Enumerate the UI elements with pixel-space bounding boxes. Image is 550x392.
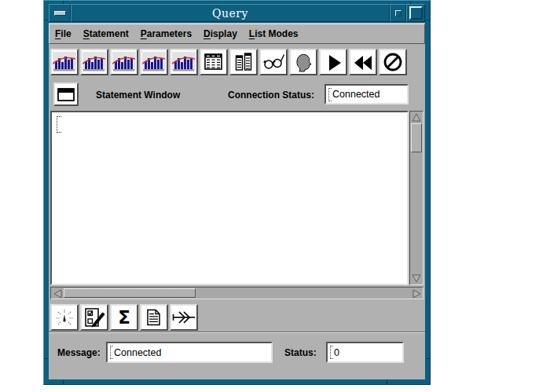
- bar-chart-icon: [53, 52, 76, 72]
- statement-textview[interactable]: [50, 111, 409, 285]
- connection-status-value: Connected: [332, 89, 380, 100]
- toolbar-chart-4-button[interactable]: [140, 49, 168, 75]
- vertical-scroll-thumb[interactable]: [411, 123, 422, 152]
- menu-parameters[interactable]: Parameters: [141, 28, 192, 39]
- toolbar-top: [50, 46, 407, 78]
- toolbar-bottom: Σ: [50, 302, 198, 333]
- status-field[interactable]: 0: [326, 342, 404, 363]
- toolbar-chart-2-button[interactable]: [80, 49, 108, 75]
- copy-document-icon: [144, 307, 164, 328]
- toolbar-play-button[interactable]: [319, 49, 347, 75]
- frame-notch: [63, 380, 64, 384]
- toolbar-rewind-button[interactable]: [349, 49, 377, 75]
- head-profile-icon: [293, 52, 314, 72]
- connection-status-label: Connection Status:: [228, 90, 314, 101]
- window-menu-icon: [54, 11, 66, 16]
- vertical-scrollbar[interactable]: [409, 111, 424, 285]
- minimize-icon: [395, 10, 402, 16]
- bar-chart-icon: [172, 52, 196, 72]
- frame-notch: [426, 20, 430, 20]
- status-label: Status:: [284, 347, 317, 358]
- text-caret: [57, 116, 61, 133]
- frame-notch: [44, 20, 48, 20]
- statement-text-area: [50, 111, 424, 299]
- toolbar-chart-5-button[interactable]: [170, 49, 198, 75]
- toolbar-edit-checklist-button[interactable]: [80, 304, 108, 331]
- minimize-button[interactable]: [390, 4, 406, 22]
- toolbar-cancel-button[interactable]: [379, 49, 407, 75]
- text-cursor: [330, 346, 333, 359]
- status-value: 0: [334, 347, 339, 358]
- window-icon: [57, 88, 75, 101]
- bar-chart-icon: [82, 52, 106, 72]
- toolbar-report-columns-button[interactable]: [229, 49, 258, 75]
- menu-file[interactable]: File: [55, 28, 72, 39]
- message-label: Message:: [57, 347, 101, 358]
- connection-status-field[interactable]: Connected: [324, 84, 409, 104]
- bar-chart-icon: [112, 52, 136, 72]
- query-window[interactable]: Query File Statement Parameters Display …: [43, 0, 431, 385]
- message-field[interactable]: Connected: [106, 342, 273, 363]
- toolbar-insert-arrow-button[interactable]: [170, 304, 198, 331]
- message-value: Connected: [114, 347, 161, 358]
- text-cursor: [110, 346, 113, 359]
- play-icon: [323, 52, 343, 72]
- scroll-right-button[interactable]: [411, 288, 422, 299]
- scroll-left-button[interactable]: [52, 288, 63, 299]
- window-menu-button[interactable]: [49, 4, 71, 22]
- report-columns-icon: [233, 52, 254, 72]
- rewind-icon: [352, 52, 374, 72]
- text-cursor: [328, 88, 332, 101]
- scroll-left-icon: [53, 289, 62, 299]
- eyeglasses-icon: [262, 52, 284, 72]
- bar-chart-icon: [142, 52, 166, 72]
- toolbar-gauge-button[interactable]: [50, 304, 79, 331]
- scroll-right-icon: [412, 289, 421, 299]
- menu-display[interactable]: Display: [204, 28, 237, 39]
- client-area: File Statement Parameters Display List M…: [49, 23, 425, 379]
- toolbar-chart-1-button[interactable]: [50, 49, 79, 75]
- scroll-up-icon: [412, 113, 421, 122]
- toolbar-chart-3-button[interactable]: [110, 49, 138, 75]
- frame-notch: [426, 358, 430, 359]
- menubar: File Statement Parameters Display List M…: [49, 24, 425, 44]
- frame-notch: [387, 380, 387, 384]
- edit-checklist-icon: [83, 307, 105, 328]
- horizontal-scrollbar[interactable]: [50, 287, 424, 299]
- window-title: Query: [71, 4, 390, 22]
- scroll-down-button[interactable]: [411, 273, 422, 284]
- menu-statement[interactable]: Statement: [83, 28, 129, 39]
- menu-list-modes[interactable]: List Modes: [249, 28, 299, 39]
- maximize-icon: [409, 6, 423, 20]
- titlebar[interactable]: Query: [49, 4, 425, 22]
- horizontal-scroll-thumb[interactable]: [64, 288, 196, 298]
- svg-text:Σ: Σ: [118, 307, 130, 328]
- table-grid-icon: [204, 52, 224, 72]
- statement-window-button[interactable]: [53, 82, 79, 106]
- sigma-icon: Σ: [114, 307, 134, 328]
- maximize-button[interactable]: [406, 4, 425, 22]
- scroll-up-button[interactable]: [411, 112, 422, 123]
- scroll-down-icon: [412, 274, 421, 283]
- toolbar-copy-document-button[interactable]: [140, 304, 168, 331]
- toolbar-head-profile-button[interactable]: [289, 49, 317, 75]
- toolbar-eyeglasses-button[interactable]: [259, 49, 288, 75]
- toolbar-sigma-button[interactable]: Σ: [110, 304, 138, 331]
- status-row: Message: Connected Status: 0: [49, 335, 425, 374]
- gauge-icon: [54, 307, 75, 328]
- statement-header-row: Statement Window Connection Status: Conn…: [49, 81, 425, 108]
- statement-window-label: Statement Window: [96, 90, 180, 101]
- insert-arrow-icon: [172, 307, 196, 328]
- status-separator: [49, 332, 425, 333]
- cancel-icon: [382, 51, 404, 73]
- toolbar-table-button[interactable]: [200, 49, 228, 75]
- frame-notch: [44, 358, 48, 359]
